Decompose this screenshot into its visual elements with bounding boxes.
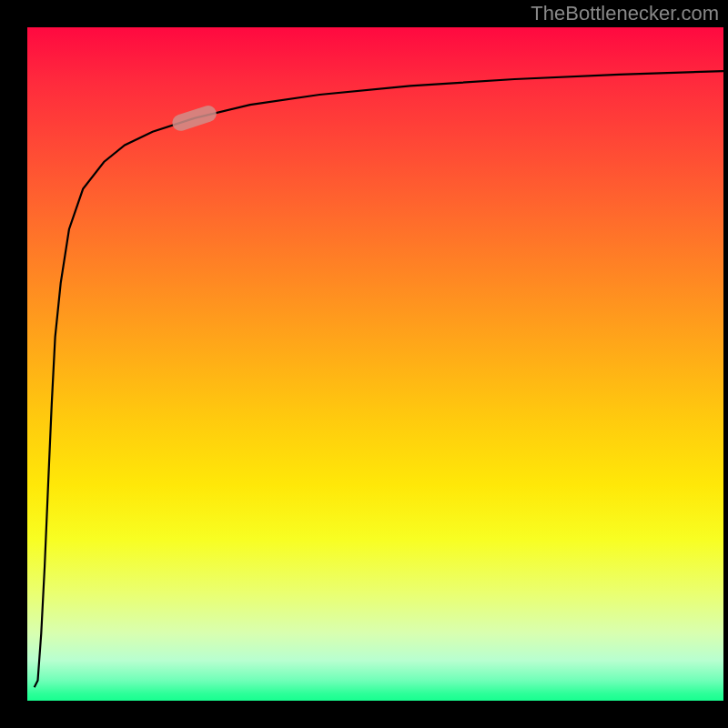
bottleneck-curve	[27, 27, 723, 701]
highlight-marker	[27, 27, 723, 701]
chart-plot-area	[27, 27, 723, 701]
svg-rect-0	[170, 104, 218, 134]
watermark-text: TheBottlenecker.com	[531, 2, 719, 25]
